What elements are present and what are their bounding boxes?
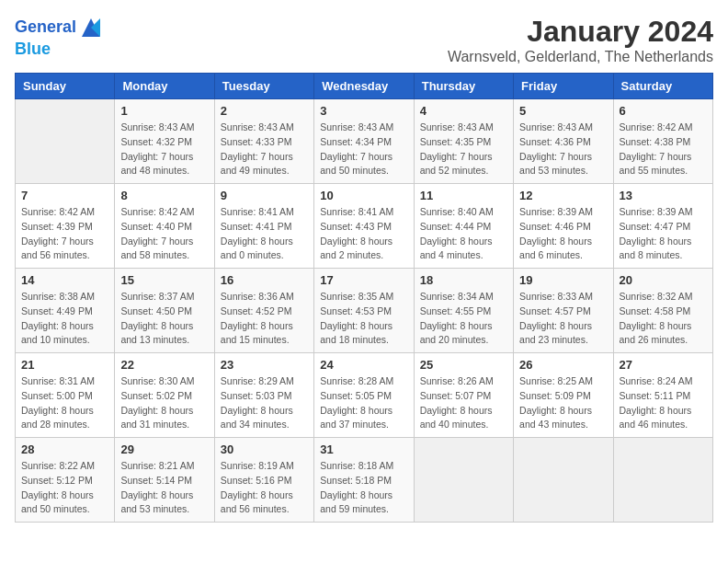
- day-info: Sunrise: 8:28 AMSunset: 5:05 PMDaylight:…: [320, 374, 407, 432]
- col-monday: Monday: [115, 74, 214, 99]
- day-info: Sunrise: 8:41 AMSunset: 4:41 PMDaylight:…: [221, 205, 308, 263]
- day-number: 9: [221, 189, 308, 202]
- calendar-cell: 12Sunrise: 8:39 AMSunset: 4:46 PMDayligh…: [514, 184, 613, 269]
- day-number: 1: [120, 104, 208, 118]
- calendar-cell: 16Sunrise: 8:36 AMSunset: 4:52 PMDayligh…: [214, 269, 313, 353]
- calendar-cell: 18Sunrise: 8:34 AMSunset: 4:55 PMDayligh…: [414, 269, 513, 353]
- day-info: Sunrise: 8:32 AMSunset: 4:58 PMDaylight:…: [620, 290, 707, 348]
- calendar-cell: [16, 99, 115, 184]
- day-info: Sunrise: 8:40 AMSunset: 4:44 PMDaylight:…: [420, 205, 507, 263]
- calendar-cell: 6Sunrise: 8:42 AMSunset: 4:38 PMDaylight…: [613, 99, 712, 184]
- day-number: 18: [420, 273, 507, 287]
- calendar-week-row: 21Sunrise: 8:31 AMSunset: 5:00 PMDayligh…: [16, 353, 713, 438]
- title-area: January 2024 Warnsveld, Gelderland, The …: [448, 15, 713, 65]
- calendar-cell: 25Sunrise: 8:26 AMSunset: 5:07 PMDayligh…: [414, 353, 513, 438]
- calendar-cell: 28Sunrise: 8:22 AMSunset: 5:12 PMDayligh…: [16, 438, 115, 523]
- col-sunday: Sunday: [16, 74, 115, 99]
- day-info: Sunrise: 8:35 AMSunset: 4:53 PMDaylight:…: [320, 290, 407, 348]
- day-info: Sunrise: 8:25 AMSunset: 5:09 PMDaylight:…: [519, 374, 607, 432]
- calendar-cell: 23Sunrise: 8:29 AMSunset: 5:03 PMDayligh…: [214, 353, 313, 438]
- col-wednesday: Wednesday: [314, 74, 414, 99]
- day-number: 26: [519, 358, 607, 372]
- calendar-cell: 7Sunrise: 8:42 AMSunset: 4:39 PMDaylight…: [16, 184, 115, 269]
- calendar-cell: 5Sunrise: 8:43 AMSunset: 4:36 PMDaylight…: [514, 99, 613, 184]
- day-info: Sunrise: 8:31 AMSunset: 5:00 PMDaylight:…: [21, 374, 108, 432]
- day-number: 12: [519, 189, 607, 202]
- day-number: 25: [420, 358, 507, 372]
- day-info: Sunrise: 8:43 AMSunset: 4:35 PMDaylight:…: [420, 121, 507, 178]
- calendar-cell: 9Sunrise: 8:41 AMSunset: 4:41 PMDaylight…: [214, 184, 313, 269]
- day-number: 14: [21, 273, 108, 287]
- col-thursday: Thursday: [414, 74, 513, 99]
- day-number: 31: [320, 442, 407, 456]
- day-info: Sunrise: 8:42 AMSunset: 4:40 PMDaylight:…: [120, 205, 208, 263]
- day-number: 23: [221, 358, 308, 372]
- calendar-week-row: 14Sunrise: 8:38 AMSunset: 4:49 PMDayligh…: [16, 269, 713, 353]
- calendar-cell: [613, 438, 712, 523]
- day-number: 24: [320, 358, 407, 372]
- day-number: 5: [519, 104, 607, 118]
- calendar-cell: 14Sunrise: 8:38 AMSunset: 4:49 PMDayligh…: [16, 269, 115, 353]
- calendar-cell: 8Sunrise: 8:42 AMSunset: 4:40 PMDaylight…: [115, 184, 214, 269]
- calendar-cell: 21Sunrise: 8:31 AMSunset: 5:00 PMDayligh…: [16, 353, 115, 438]
- day-number: 28: [21, 442, 108, 456]
- day-number: 19: [519, 273, 607, 287]
- calendar-cell: 20Sunrise: 8:32 AMSunset: 4:58 PMDayligh…: [613, 269, 712, 353]
- calendar-cell: 30Sunrise: 8:19 AMSunset: 5:16 PMDayligh…: [214, 438, 313, 523]
- logo-icon: [78, 15, 104, 40]
- calendar-cell: 22Sunrise: 8:30 AMSunset: 5:02 PMDayligh…: [115, 353, 214, 438]
- logo: GeneralBlue: [15, 15, 104, 59]
- calendar-cell: 31Sunrise: 8:18 AMSunset: 5:18 PMDayligh…: [314, 438, 414, 523]
- day-number: 17: [320, 273, 407, 287]
- calendar-cell: 2Sunrise: 8:43 AMSunset: 4:33 PMDaylight…: [214, 99, 313, 184]
- day-info: Sunrise: 8:43 AMSunset: 4:34 PMDaylight:…: [320, 121, 407, 178]
- col-friday: Friday: [514, 74, 613, 99]
- logo-text: GeneralBlue: [15, 15, 104, 59]
- day-number: 16: [221, 273, 308, 287]
- calendar-cell: 17Sunrise: 8:35 AMSunset: 4:53 PMDayligh…: [314, 269, 414, 353]
- day-info: Sunrise: 8:18 AMSunset: 5:18 PMDaylight:…: [320, 459, 407, 517]
- calendar-table: Sunday Monday Tuesday Wednesday Thursday…: [15, 73, 713, 523]
- day-number: 11: [420, 189, 507, 202]
- calendar-cell: 27Sunrise: 8:24 AMSunset: 5:11 PMDayligh…: [613, 353, 712, 438]
- day-info: Sunrise: 8:33 AMSunset: 4:57 PMDaylight:…: [519, 290, 607, 348]
- day-info: Sunrise: 8:36 AMSunset: 4:52 PMDaylight:…: [221, 290, 308, 348]
- calendar-cell: 13Sunrise: 8:39 AMSunset: 4:47 PMDayligh…: [613, 184, 712, 269]
- calendar-week-row: 28Sunrise: 8:22 AMSunset: 5:12 PMDayligh…: [16, 438, 713, 523]
- day-number: 30: [221, 442, 308, 456]
- day-number: 29: [120, 442, 208, 456]
- day-info: Sunrise: 8:41 AMSunset: 4:43 PMDaylight:…: [320, 205, 407, 263]
- calendar-cell: 29Sunrise: 8:21 AMSunset: 5:14 PMDayligh…: [115, 438, 214, 523]
- day-number: 4: [420, 104, 507, 118]
- day-info: Sunrise: 8:34 AMSunset: 4:55 PMDaylight:…: [420, 290, 507, 348]
- calendar-week-row: 1Sunrise: 8:43 AMSunset: 4:32 PMDaylight…: [16, 99, 713, 184]
- calendar-cell: 4Sunrise: 8:43 AMSunset: 4:35 PMDaylight…: [414, 99, 513, 184]
- day-number: 2: [221, 104, 308, 118]
- day-info: Sunrise: 8:22 AMSunset: 5:12 PMDaylight:…: [21, 459, 108, 517]
- calendar-cell: 24Sunrise: 8:28 AMSunset: 5:05 PMDayligh…: [314, 353, 414, 438]
- day-number: 7: [21, 189, 108, 202]
- day-number: 15: [120, 273, 208, 287]
- calendar-cell: 1Sunrise: 8:43 AMSunset: 4:32 PMDaylight…: [115, 99, 214, 184]
- day-number: 8: [120, 189, 208, 202]
- calendar-cell: 10Sunrise: 8:41 AMSunset: 4:43 PMDayligh…: [314, 184, 414, 269]
- day-info: Sunrise: 8:39 AMSunset: 4:46 PMDaylight:…: [519, 205, 607, 263]
- day-number: 13: [620, 189, 707, 202]
- day-number: 20: [620, 273, 707, 287]
- day-info: Sunrise: 8:37 AMSunset: 4:50 PMDaylight:…: [120, 290, 208, 348]
- day-info: Sunrise: 8:42 AMSunset: 4:38 PMDaylight:…: [620, 121, 707, 178]
- subtitle: Warnsveld, Gelderland, The Netherlands: [448, 49, 713, 65]
- day-number: 10: [320, 189, 407, 202]
- day-info: Sunrise: 8:24 AMSunset: 5:11 PMDaylight:…: [620, 374, 707, 432]
- calendar-cell: [414, 438, 513, 523]
- day-info: Sunrise: 8:43 AMSunset: 4:36 PMDaylight:…: [519, 121, 607, 178]
- day-info: Sunrise: 8:39 AMSunset: 4:47 PMDaylight:…: [620, 205, 707, 263]
- day-info: Sunrise: 8:21 AMSunset: 5:14 PMDaylight:…: [120, 459, 208, 517]
- day-number: 27: [620, 358, 707, 372]
- calendar-header-row: Sunday Monday Tuesday Wednesday Thursday…: [16, 74, 713, 99]
- calendar-cell: 11Sunrise: 8:40 AMSunset: 4:44 PMDayligh…: [414, 184, 513, 269]
- day-number: 3: [320, 104, 407, 118]
- day-info: Sunrise: 8:43 AMSunset: 4:32 PMDaylight:…: [120, 121, 208, 178]
- page-header: GeneralBlue January 2024 Warnsveld, Geld…: [15, 15, 713, 65]
- col-tuesday: Tuesday: [214, 74, 313, 99]
